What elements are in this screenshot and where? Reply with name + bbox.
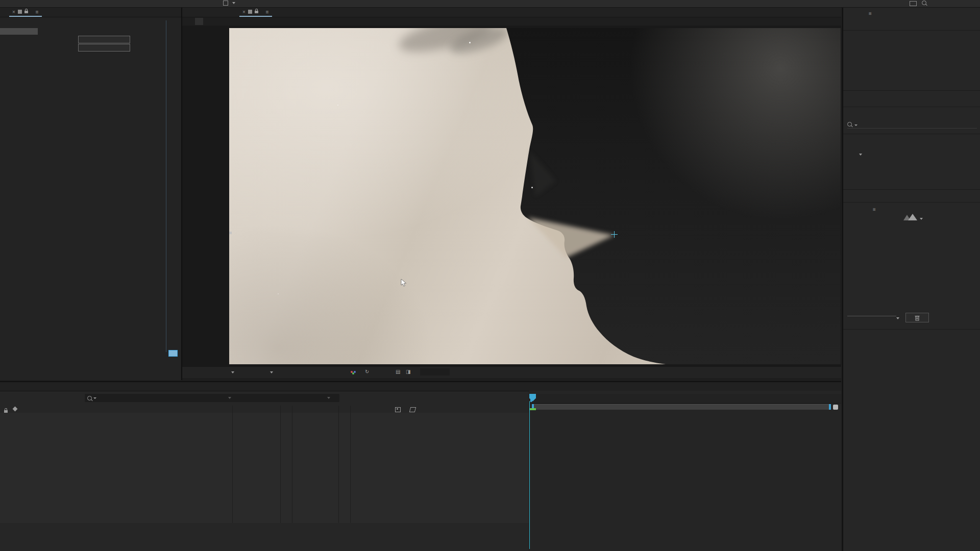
panel-menu-icon[interactable]: ≡ [36,9,39,15]
dust-speck [337,105,338,106]
lock-icon[interactable] [255,11,258,13]
prepare-button[interactable] [78,36,130,43]
align-to-chevron-icon[interactable] [859,154,862,156]
timenav-end-handle[interactable] [833,405,838,410]
right-dock: ≡ ≡ [842,8,980,551]
show-snapshot-icon[interactable]: ◨ [406,369,410,374]
close-icon[interactable]: × [242,9,246,15]
work-area-marker [529,408,536,410]
search-icon [87,396,92,400]
preset-chevron-icon [920,218,923,220]
search-icon [922,1,926,5]
zoom-chevron-icon[interactable] [231,371,234,373]
effects-presets-search[interactable] [847,121,977,129]
tab-composition[interactable]: × ≡ [239,8,272,17]
layer-search-field[interactable] [85,394,339,402]
top-toolbar [0,0,980,8]
layer-list-header [0,406,529,413]
comp-subtab[interactable] [195,18,203,25]
layer-edge-handle[interactable] [229,232,232,234]
task-delete-button[interactable] [905,313,929,322]
snapshot-camera-icon[interactable]: ▤ [396,369,400,374]
viewer-tabbar: × ≡ [182,8,841,17]
viewer-pasteboard [182,26,841,366]
snapping-toggle[interactable] [223,1,235,6]
effect-controls-panel: × ≡ [0,8,182,380]
trash-icon [915,315,920,321]
task-launch-chevron-icon[interactable] [896,317,899,319]
after-effects-window: × ≡ [0,0,980,551]
dust-speck [469,42,471,43]
tab-effect-controls[interactable]: × ≡ [9,8,42,17]
current-frame-field[interactable] [420,368,450,375]
work-area-end[interactable] [829,404,831,410]
preview-menu-icon[interactable]: ≡ [869,11,872,16]
task-launch-label[interactable] [847,315,896,316]
exposure-reset-icon[interactable]: ↻ [365,369,369,374]
matte-toggle-icon[interactable] [395,407,401,412]
panel-swatch [248,10,252,14]
anchor-crosshair-icon[interactable] [611,231,618,238]
dust-speck [278,293,279,294]
panel-swatch [18,10,22,14]
composition-viewer-panel: × ≡ [182,8,841,380]
snapping-checkbox[interactable] [223,1,228,6]
adjust-button[interactable] [78,44,130,52]
panel-box-icon[interactable] [910,1,917,6]
time-ruler[interactable] [529,394,841,404]
snapping-chevron-icon[interactable] [232,2,235,4]
search-icon [847,122,852,127]
effect-controls-tabbar: × ≡ [0,8,181,17]
mountains-icon[interactable] [903,214,919,220]
help-search[interactable] [922,1,929,5]
viewer-bottombar: ↻ ▤ ◨ [182,366,841,378]
face-silhouette [229,28,841,364]
composition-canvas[interactable] [229,28,841,364]
filter-chevron-icon [327,397,330,399]
resolution-chevron-icon[interactable] [270,371,273,373]
search-chevron-icon [854,124,857,126]
search-chevron-icon [93,397,96,399]
timeline-tabbar [0,382,841,391]
mouse-cursor [401,279,407,287]
filter-chevron-icon [228,397,231,399]
playhead-line[interactable] [529,401,530,549]
panel-scroll-edge[interactable] [166,20,166,352]
dust-speck [531,187,533,188]
motion2-menu-icon[interactable]: ≡ [873,207,876,212]
close-icon[interactable]: × [12,9,15,15]
effect-row-selected[interactable] [0,28,38,35]
timeline-panel [0,381,841,551]
matte-preserve-icon[interactable] [409,407,416,412]
label-column-icon [13,407,18,412]
panel-menu-icon[interactable]: ≡ [266,9,269,15]
lock-icon[interactable] [24,11,28,13]
mini-preview-handle[interactable] [168,350,178,357]
timeline-graph [529,391,841,551]
viewer-subtabbar [182,17,841,26]
work-area-bar[interactable] [532,404,831,410]
